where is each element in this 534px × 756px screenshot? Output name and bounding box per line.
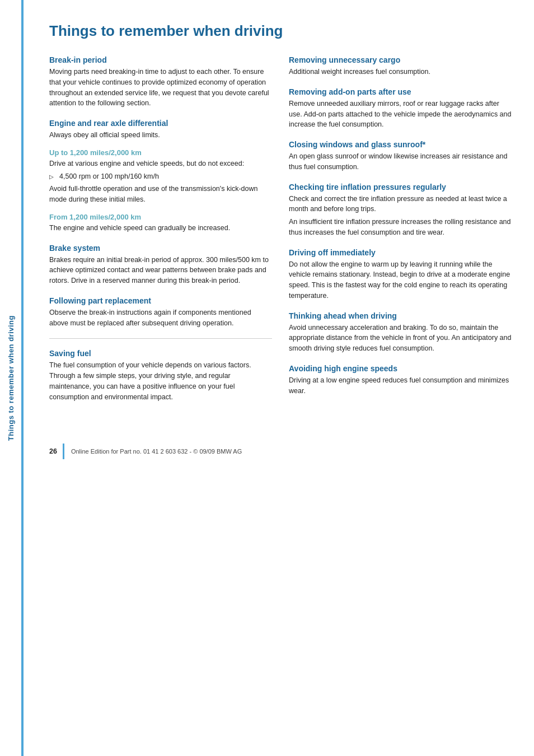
removing-addon-heading: Removing add-on parts after use: [289, 87, 512, 96]
checking-tire-heading: Checking tire inflation pressures regula…: [289, 183, 512, 192]
closing-windows-heading: Closing windows and glass sunroof*: [289, 140, 512, 149]
saving-fuel-section: Saving fuel The fuel consumption of your…: [49, 349, 272, 402]
section-divider: [49, 338, 272, 339]
following-heading: Following part replacement: [49, 296, 272, 305]
bullet-rpm: 4,500 rpm or 100 mph/160 km/h: [49, 171, 272, 182]
removing-addon-text: Remove unneeded auxiliary mirrors, roof …: [289, 99, 512, 130]
right-column: Removing unnecessary cargo Additional we…: [289, 55, 512, 404]
footer-bar: [63, 444, 64, 459]
sidebar-bar: [21, 0, 24, 756]
driving-off-text: Do not allow the engine to warm up by le…: [289, 259, 512, 301]
break-in-section: Break-in period Moving parts need breaki…: [49, 55, 272, 328]
thinking-ahead-text: Avoid unnecessary acceleration and braki…: [289, 323, 512, 354]
break-in-heading: Break-in period: [49, 55, 272, 64]
avoiding-high-heading: Avoiding high engine speeds: [289, 364, 512, 373]
from-text: The engine and vehicle speed can gradual…: [49, 223, 272, 234]
following-text: Observe the break-in instructions again …: [49, 307, 272, 329]
thinking-ahead-section: Thinking ahead when driving Avoid unnece…: [289, 311, 512, 354]
up-to-heading: Up to 1,200 miles/2,000 km: [49, 148, 272, 157]
break-in-intro: Moving parts need breaking-in time to ad…: [49, 67, 272, 109]
brake-text: Brakes require an initial break-in perio…: [49, 255, 272, 286]
removing-cargo-heading: Removing unnecessary cargo: [289, 55, 512, 64]
closing-windows-text: An open glass sunroof or window likewise…: [289, 151, 512, 172]
up-to-text: Drive at various engine and vehicle spee…: [49, 158, 272, 169]
brake-heading: Brake system: [49, 244, 272, 253]
removing-cargo-section: Removing unnecessary cargo Additional we…: [289, 55, 512, 77]
closing-windows-section: Closing windows and glass sunroof* An op…: [289, 140, 512, 172]
avoiding-high-text: Driving at a low engine speed reduces fu…: [289, 375, 512, 396]
avoiding-high-section: Avoiding high engine speeds Driving at a…: [289, 364, 512, 396]
footer-text: Online Edition for Part no. 01 41 2 603 …: [71, 448, 242, 455]
removing-addon-section: Removing add-on parts after use Remove u…: [289, 87, 512, 130]
checking-tire-section: Checking tire inflation pressures regula…: [289, 183, 512, 238]
saving-fuel-heading: Saving fuel: [49, 349, 272, 358]
main-content: Things to remember when driving Break-in…: [32, 0, 534, 427]
removing-cargo-text: Additional weight increases fuel consump…: [289, 67, 512, 77]
page-title: Things to remember when driving: [49, 22, 512, 40]
footer: 26 Online Edition for Part no. 01 41 2 6…: [32, 438, 534, 465]
page-number: 26: [49, 447, 57, 455]
left-column: Break-in period Moving parts need breaki…: [49, 55, 272, 404]
engine-heading: Engine and rear axle differential: [49, 119, 272, 128]
driving-off-heading: Driving off immediately: [289, 248, 512, 257]
engine-text: Always obey all official speed limits.: [49, 130, 272, 141]
two-column-layout: Break-in period Moving parts need breaki…: [49, 55, 512, 404]
thinking-ahead-heading: Thinking ahead when driving: [289, 311, 512, 320]
saving-fuel-intro: The fuel consumption of your vehicle dep…: [49, 360, 272, 402]
checking-tire-text2: An insufficient tire inflation pressure …: [289, 217, 512, 238]
up-to-text2: Avoid full-throttle operation and use of…: [49, 184, 272, 205]
from-heading: From 1,200 miles/2,000 km: [49, 213, 272, 221]
sidebar-label: Things to remember when driving: [7, 315, 15, 441]
checking-tire-text1: Check and correct the tire inflation pre…: [289, 194, 512, 215]
driving-off-section: Driving off immediately Do not allow the…: [289, 248, 512, 301]
sidebar: Things to remember when driving: [0, 0, 21, 756]
